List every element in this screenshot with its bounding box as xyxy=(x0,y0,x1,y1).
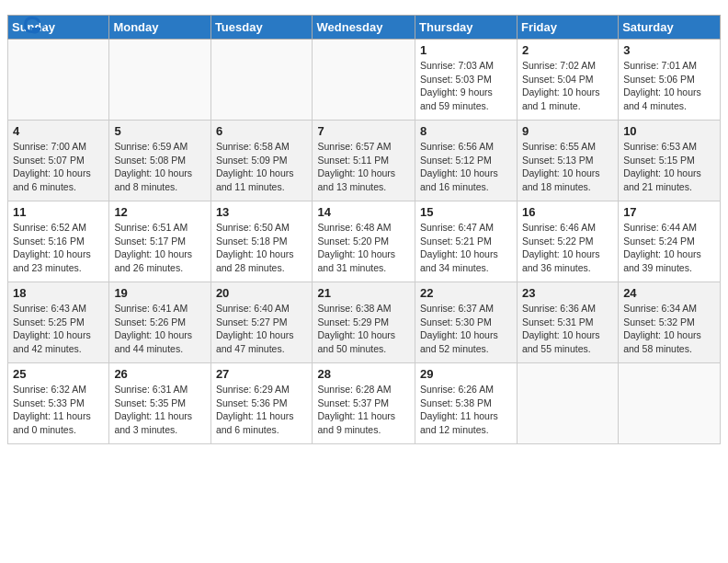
calendar-cell: 6Sunrise: 6:58 AM Sunset: 5:09 PM Daylig… xyxy=(210,121,313,201)
calendar-cell xyxy=(619,363,721,444)
day-info: Sunrise: 6:37 AM Sunset: 5:30 PM Dayligh… xyxy=(420,302,512,356)
calendar-cell: 28Sunrise: 6:28 AM Sunset: 5:37 PM Dayli… xyxy=(313,363,415,444)
day-info: Sunrise: 6:36 AM Sunset: 5:31 PM Dayligh… xyxy=(522,302,613,356)
calendar-cell: 11Sunrise: 6:52 AM Sunset: 5:16 PM Dayli… xyxy=(8,201,109,282)
day-number: 21 xyxy=(317,286,410,300)
calendar-cell xyxy=(313,40,415,121)
day-info: Sunrise: 6:48 AM Sunset: 5:20 PM Dayligh… xyxy=(317,221,410,275)
calendar-cell xyxy=(109,40,210,121)
day-info: Sunrise: 6:26 AM Sunset: 5:38 PM Dayligh… xyxy=(420,383,512,437)
calendar-cell: 21Sunrise: 6:38 AM Sunset: 5:29 PM Dayli… xyxy=(313,282,415,363)
day-info: Sunrise: 7:01 AM Sunset: 5:06 PM Dayligh… xyxy=(623,59,715,113)
calendar-cell: 20Sunrise: 6:40 AM Sunset: 5:27 PM Dayli… xyxy=(210,282,313,363)
calendar-cell: 12Sunrise: 6:51 AM Sunset: 5:17 PM Dayli… xyxy=(109,201,210,282)
calendar-cell: 15Sunrise: 6:47 AM Sunset: 5:21 PM Dayli… xyxy=(415,201,518,282)
page-header xyxy=(0,0,728,11)
calendar-cell xyxy=(8,40,109,121)
dow-header-saturday: Saturday xyxy=(619,16,721,40)
day-info: Sunrise: 7:02 AM Sunset: 5:04 PM Dayligh… xyxy=(522,59,613,113)
day-number: 27 xyxy=(216,367,308,381)
dow-header-tuesday: Tuesday xyxy=(210,16,313,40)
calendar-table: SundayMondayTuesdayWednesdayThursdayFrid… xyxy=(7,15,721,444)
day-number: 2 xyxy=(522,43,613,57)
day-number: 6 xyxy=(216,124,308,138)
day-number: 16 xyxy=(522,205,613,219)
day-info: Sunrise: 6:58 AM Sunset: 5:09 PM Dayligh… xyxy=(216,140,308,194)
day-number: 22 xyxy=(420,286,512,300)
day-info: Sunrise: 6:50 AM Sunset: 5:18 PM Dayligh… xyxy=(216,221,308,275)
day-info: Sunrise: 6:31 AM Sunset: 5:35 PM Dayligh… xyxy=(114,383,205,437)
day-number: 17 xyxy=(623,205,715,219)
day-info: Sunrise: 6:29 AM Sunset: 5:36 PM Dayligh… xyxy=(216,383,308,437)
day-number: 3 xyxy=(623,43,715,57)
calendar-cell: 17Sunrise: 6:44 AM Sunset: 5:24 PM Dayli… xyxy=(619,201,721,282)
calendar-cell: 4Sunrise: 7:00 AM Sunset: 5:07 PM Daylig… xyxy=(8,121,109,201)
calendar-cell: 5Sunrise: 6:59 AM Sunset: 5:08 PM Daylig… xyxy=(109,121,210,201)
calendar-cell: 13Sunrise: 6:50 AM Sunset: 5:18 PM Dayli… xyxy=(210,201,313,282)
day-number: 14 xyxy=(317,205,410,219)
day-number: 18 xyxy=(13,286,104,300)
day-number: 29 xyxy=(420,367,512,381)
day-info: Sunrise: 6:43 AM Sunset: 5:25 PM Dayligh… xyxy=(13,302,104,356)
calendar-cell: 1Sunrise: 7:03 AM Sunset: 5:03 PM Daylig… xyxy=(415,40,518,121)
calendar-cell: 16Sunrise: 6:46 AM Sunset: 5:22 PM Dayli… xyxy=(517,201,618,282)
day-number: 19 xyxy=(114,286,205,300)
day-number: 28 xyxy=(317,367,410,381)
calendar-cell: 23Sunrise: 6:36 AM Sunset: 5:31 PM Dayli… xyxy=(517,282,618,363)
calendar-cell xyxy=(210,40,313,121)
day-number: 13 xyxy=(216,205,308,219)
day-info: Sunrise: 6:47 AM Sunset: 5:21 PM Dayligh… xyxy=(420,221,512,275)
day-info: Sunrise: 6:46 AM Sunset: 5:22 PM Dayligh… xyxy=(522,221,613,275)
day-info: Sunrise: 6:32 AM Sunset: 5:33 PM Dayligh… xyxy=(13,383,104,437)
day-info: Sunrise: 6:51 AM Sunset: 5:17 PM Dayligh… xyxy=(114,221,205,275)
dow-header-monday: Monday xyxy=(109,16,210,40)
day-info: Sunrise: 7:03 AM Sunset: 5:03 PM Dayligh… xyxy=(420,59,512,113)
day-info: Sunrise: 6:44 AM Sunset: 5:24 PM Dayligh… xyxy=(623,221,715,275)
day-number: 23 xyxy=(522,286,613,300)
calendar-cell: 3Sunrise: 7:01 AM Sunset: 5:06 PM Daylig… xyxy=(619,40,721,121)
dow-header-wednesday: Wednesday xyxy=(313,16,415,40)
day-info: Sunrise: 6:40 AM Sunset: 5:27 PM Dayligh… xyxy=(216,302,308,356)
calendar-cell: 24Sunrise: 6:34 AM Sunset: 5:32 PM Dayli… xyxy=(619,282,721,363)
day-info: Sunrise: 6:28 AM Sunset: 5:37 PM Dayligh… xyxy=(317,383,410,437)
calendar-cell xyxy=(517,363,618,444)
day-info: Sunrise: 6:41 AM Sunset: 5:26 PM Dayligh… xyxy=(114,302,205,356)
calendar-cell: 14Sunrise: 6:48 AM Sunset: 5:20 PM Dayli… xyxy=(313,201,415,282)
dow-header-friday: Friday xyxy=(517,16,618,40)
calendar-cell: 27Sunrise: 6:29 AM Sunset: 5:36 PM Dayli… xyxy=(210,363,313,444)
calendar-cell: 8Sunrise: 6:56 AM Sunset: 5:12 PM Daylig… xyxy=(415,121,518,201)
day-number: 26 xyxy=(114,367,205,381)
day-info: Sunrise: 6:57 AM Sunset: 5:11 PM Dayligh… xyxy=(317,140,410,194)
calendar-cell: 7Sunrise: 6:57 AM Sunset: 5:11 PM Daylig… xyxy=(313,121,415,201)
calendar-cell: 26Sunrise: 6:31 AM Sunset: 5:35 PM Dayli… xyxy=(109,363,210,444)
day-number: 1 xyxy=(420,43,512,57)
day-number: 12 xyxy=(114,205,205,219)
calendar-cell: 19Sunrise: 6:41 AM Sunset: 5:26 PM Dayli… xyxy=(109,282,210,363)
day-info: Sunrise: 6:53 AM Sunset: 5:15 PM Dayligh… xyxy=(623,140,715,194)
calendar-cell: 10Sunrise: 6:53 AM Sunset: 5:15 PM Dayli… xyxy=(619,121,721,201)
calendar-cell: 22Sunrise: 6:37 AM Sunset: 5:30 PM Dayli… xyxy=(415,282,518,363)
calendar-cell: 29Sunrise: 6:26 AM Sunset: 5:38 PM Dayli… xyxy=(415,363,518,444)
calendar-cell: 18Sunrise: 6:43 AM Sunset: 5:25 PM Dayli… xyxy=(8,282,109,363)
calendar-cell: 9Sunrise: 6:55 AM Sunset: 5:13 PM Daylig… xyxy=(517,121,618,201)
day-number: 8 xyxy=(420,124,512,138)
day-number: 7 xyxy=(317,124,410,138)
dow-header-thursday: Thursday xyxy=(415,16,518,40)
day-info: Sunrise: 6:52 AM Sunset: 5:16 PM Dayligh… xyxy=(13,221,104,275)
calendar-cell: 25Sunrise: 6:32 AM Sunset: 5:33 PM Dayli… xyxy=(8,363,109,444)
day-info: Sunrise: 6:59 AM Sunset: 5:08 PM Dayligh… xyxy=(114,140,205,194)
day-number: 25 xyxy=(13,367,104,381)
day-number: 4 xyxy=(13,124,104,138)
day-number: 15 xyxy=(420,205,512,219)
day-number: 9 xyxy=(522,124,613,138)
day-number: 10 xyxy=(623,124,715,138)
logo xyxy=(18,11,50,39)
day-number: 11 xyxy=(13,205,104,219)
day-number: 5 xyxy=(114,124,205,138)
day-info: Sunrise: 6:55 AM Sunset: 5:13 PM Dayligh… xyxy=(522,140,613,194)
day-info: Sunrise: 6:56 AM Sunset: 5:12 PM Dayligh… xyxy=(420,140,512,194)
calendar-cell: 2Sunrise: 7:02 AM Sunset: 5:04 PM Daylig… xyxy=(517,40,618,121)
day-info: Sunrise: 7:00 AM Sunset: 5:07 PM Dayligh… xyxy=(13,140,104,194)
day-info: Sunrise: 6:34 AM Sunset: 5:32 PM Dayligh… xyxy=(623,302,715,356)
day-number: 24 xyxy=(623,286,715,300)
